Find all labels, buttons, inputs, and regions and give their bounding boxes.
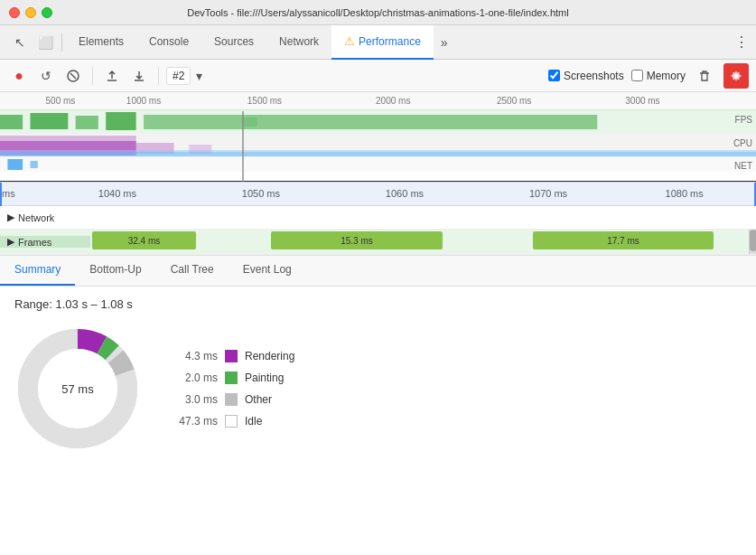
- ruler-mark-1000: 1000 ms: [126, 96, 161, 106]
- tab-sources[interactable]: Sources: [201, 25, 266, 60]
- frames-track: ▶ Frames 32.4 ms 15.3 ms 17.7 ms: [0, 230, 756, 255]
- rendering-swatch: [225, 350, 238, 362]
- window-title: DevTools - file:///Users/alyssanicoll/De…: [187, 7, 568, 18]
- clear-button[interactable]: [61, 64, 85, 88]
- ruler-mark-1500: 1500 ms: [247, 96, 282, 106]
- warning-icon: ⚠: [344, 34, 355, 48]
- tab-summary[interactable]: Summary: [0, 256, 75, 286]
- svg-rect-9: [106, 112, 135, 130]
- devtools-panel: ↖ ⬜ Elements Console Sources Network ⚠ P…: [0, 25, 756, 555]
- profile-dropdown[interactable]: ▾: [196, 69, 202, 83]
- tab-performance[interactable]: ⚠ Performance: [331, 25, 434, 60]
- tab-call-tree[interactable]: Call Tree: [156, 256, 229, 286]
- tab-network[interactable]: Network: [266, 25, 331, 60]
- tab-event-log[interactable]: Event Log: [229, 256, 306, 286]
- cpu-row: [0, 134, 756, 157]
- svg-rect-7: [30, 113, 68, 129]
- tab-console[interactable]: Console: [136, 25, 201, 60]
- legend: 4.3 ms Rendering 2.0 ms Painting 3.0 ms …: [168, 350, 294, 428]
- memory-checkbox[interactable]: [631, 70, 643, 81]
- timeline-ruler: 500 ms 1000 ms 1500 ms 2000 ms 2500 ms 3…: [0, 92, 756, 110]
- frames-track-label[interactable]: ▶ Frames: [0, 236, 90, 248]
- legend-idle: 47.3 ms Idle: [168, 415, 294, 428]
- upload-icon: [106, 70, 118, 82]
- net-row: [0, 157, 756, 172]
- frame-block-1[interactable]: 32.4 ms: [92, 231, 196, 249]
- cpu-chart: [0, 134, 756, 157]
- record-button[interactable]: ●: [7, 64, 31, 88]
- sub-tabs: Summary Bottom-Up Call Tree Event Log: [0, 256, 756, 287]
- network-track-label[interactable]: ▶ Network: [0, 212, 90, 223]
- net-chart: [0, 157, 756, 172]
- svg-rect-11: [242, 118, 257, 127]
- idle-label: Idle: [245, 415, 262, 428]
- frame-block-2[interactable]: 15.3 ms: [271, 231, 443, 249]
- cpu-label: CPU: [733, 138, 752, 148]
- minimize-button[interactable]: [25, 7, 36, 18]
- toolbar-divider-2: [158, 67, 159, 85]
- reload-button[interactable]: ↺: [34, 64, 58, 88]
- toolbar-divider-1: [92, 67, 93, 85]
- title-bar: DevTools - file:///Users/alyssanicoll/De…: [0, 0, 756, 25]
- memory-toggle[interactable]: Memory: [631, 70, 686, 82]
- zoom-ruler: ms 1040 ms 1050 ms 1060 ms 1070 ms 1080 …: [0, 183, 756, 206]
- device-icon[interactable]: ⬜: [33, 30, 58, 55]
- trash-icon: [698, 70, 711, 82]
- devtools-menu-button[interactable]: ⋮: [734, 33, 749, 51]
- tab-elements[interactable]: Elements: [66, 25, 136, 60]
- close-button[interactable]: [9, 7, 20, 18]
- rendering-label: Rendering: [245, 350, 294, 362]
- maximize-button[interactable]: [42, 7, 52, 18]
- download-icon: [133, 70, 145, 82]
- metric-rows: FPS CPU NET: [0, 110, 756, 181]
- svg-rect-21: [30, 161, 37, 168]
- nav-divider-1: [61, 33, 62, 52]
- network-expand-icon[interactable]: ▶: [7, 212, 14, 223]
- window-controls: [9, 7, 52, 18]
- screenshots-section: Screenshots Memory: [548, 63, 749, 89]
- idle-value: 47.3 ms: [168, 415, 218, 428]
- other-swatch: [225, 393, 238, 406]
- bottom-panel: Summary Bottom-Up Call Tree Event Log Ra…: [0, 256, 756, 555]
- fps-chart: [0, 110, 756, 134]
- profile-number: #2: [166, 67, 191, 85]
- timeline-overview[interactable]: 500 ms 1000 ms 1500 ms 2000 ms 2500 ms 3…: [0, 92, 756, 183]
- fps-label: FPS: [735, 115, 752, 125]
- screenshots-checkbox[interactable]: [548, 70, 560, 81]
- svg-rect-10: [144, 115, 597, 129]
- clear-icon: [67, 70, 79, 82]
- rendering-value: 4.3 ms: [168, 350, 218, 362]
- other-value: 3.0 ms: [168, 393, 218, 406]
- zoom-selection: [0, 183, 756, 206]
- painting-swatch: [225, 372, 238, 384]
- download-button[interactable]: [127, 64, 151, 88]
- svg-line-1: [70, 73, 76, 79]
- frame-block-3[interactable]: 17.7 ms: [533, 231, 714, 249]
- zoom-timeline[interactable]: ms 1040 ms 1050 ms 1060 ms 1070 ms 1080 …: [0, 183, 756, 206]
- nav-tabs: ↖ ⬜ Elements Console Sources Network ⚠ P…: [0, 25, 756, 60]
- donut-chart: 57 ms: [14, 325, 141, 452]
- painting-value: 2.0 ms: [168, 372, 218, 384]
- ruler-mark-2500: 2500 ms: [497, 96, 531, 106]
- ruler-mark-3000: 3000 ms: [625, 96, 659, 106]
- legend-rendering: 4.3 ms Rendering: [168, 350, 294, 362]
- frames-expand-icon[interactable]: ▶: [7, 236, 14, 248]
- screenshots-toggle[interactable]: Screenshots: [548, 70, 624, 82]
- svg-rect-8: [76, 116, 98, 129]
- network-track-content: [90, 206, 756, 229]
- tab-bottom-up[interactable]: Bottom-Up: [75, 256, 155, 286]
- fps-row: [0, 110, 756, 134]
- other-label: Other: [245, 393, 272, 406]
- cursor-icon[interactable]: ↖: [7, 30, 33, 55]
- legend-other: 3.0 ms Other: [168, 393, 294, 406]
- summary-panel: Range: 1.03 s – 1.08 s: [0, 287, 756, 555]
- frames-track-content: 32.4 ms 15.3 ms 17.7 ms: [90, 230, 749, 254]
- net-label: NET: [734, 161, 752, 171]
- settings-gear-button[interactable]: [723, 63, 749, 89]
- svg-rect-19: [0, 157, 756, 172]
- upload-button[interactable]: [100, 64, 124, 88]
- trash-button[interactable]: [693, 64, 716, 88]
- more-tabs-button[interactable]: »: [434, 32, 455, 53]
- scrollbar-thumb[interactable]: [750, 230, 756, 251]
- vertical-scrollbar[interactable]: [749, 230, 756, 254]
